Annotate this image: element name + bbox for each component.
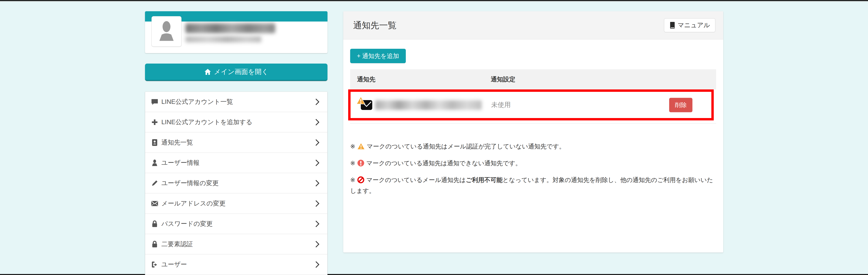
main-panel: 通知先一覧 マニュアル + 通知先を追加 通知先 通知設定 xyxy=(343,11,723,252)
sidebar-item-change-password[interactable]: パスワードの変更 xyxy=(145,214,327,234)
chevron-right-icon xyxy=(315,159,320,166)
note-marker: ※ xyxy=(350,143,355,150)
add-notification-destination-button[interactable]: + 通知先を追加 xyxy=(350,49,406,63)
address-book-icon xyxy=(151,139,159,146)
book-icon xyxy=(669,22,675,29)
note-unavailable: ※マークのついているメール通知先はご利用不可能となっています。対象の通知先を削除… xyxy=(350,175,714,196)
sidebar-item-label: LINE公式アカウントを追加する xyxy=(161,118,252,126)
chevron-right-icon xyxy=(315,118,320,126)
note-marker: ※ xyxy=(350,160,355,166)
error-circle-icon xyxy=(357,159,364,170)
sidebar-item-label: LINE公式アカウント一覧 xyxy=(161,97,233,106)
ban-icon xyxy=(357,176,364,186)
notes: ※マークのついている通知先はメール認証が完了していない通知先です。 ※マークのつ… xyxy=(350,142,716,196)
person-silhouette-icon xyxy=(157,20,176,42)
note-text: マークのついている通知先はメール認証が完了していない通知先です。 xyxy=(367,143,565,150)
sidebar-item-label: ユーザー情報 xyxy=(161,158,199,167)
sidebar-item-change-email[interactable]: メールアドレスの変更 xyxy=(145,193,327,214)
panel-body: + 通知先を追加 通知先 通知設定 xyxy=(343,49,723,196)
destination-envelope-icon xyxy=(361,100,372,110)
sidebar-item-label: ユーザー情報の変更 xyxy=(161,179,219,187)
redacted-account-subtext xyxy=(185,36,261,42)
row-notification-setting: 未使用 xyxy=(491,100,511,110)
envelope-icon xyxy=(151,201,159,206)
manual-button-label: マニュアル xyxy=(678,21,710,30)
redacted-email-address xyxy=(375,100,482,110)
lock-icon xyxy=(151,241,159,248)
window-top-edge-line xyxy=(0,1,868,2)
delete-button[interactable]: 削除 xyxy=(669,98,692,112)
chevron-right-icon xyxy=(315,139,320,146)
panel-header: 通知先一覧 マニュアル xyxy=(343,11,723,39)
note-text: マークのついている通知先は通知できない通知先です。 xyxy=(366,160,521,166)
sidebar-item-label: 二要素認証 xyxy=(161,240,193,249)
sidebar-item-add-line-account[interactable]: LINE公式アカウントを追加する xyxy=(145,112,327,132)
sidebar-item-user[interactable]: ユーザー xyxy=(145,254,327,275)
sidebar-item-notification-list[interactable]: 通知先一覧 xyxy=(145,132,327,153)
sidebar-item-change-user-info[interactable]: ユーザー情報の変更 xyxy=(145,173,327,193)
sidebar-menu: LINE公式アカウント一覧 LINE公式アカウントを追加する xyxy=(145,92,328,275)
sidebar-item-user-info[interactable]: ユーザー情報 xyxy=(145,153,327,173)
manual-button[interactable]: マニュアル xyxy=(664,18,715,32)
plus-icon xyxy=(151,119,159,125)
avatar xyxy=(152,16,182,47)
user-icon xyxy=(151,159,159,166)
chevron-right-icon xyxy=(315,179,320,187)
column-header-destination: 通知先 xyxy=(350,75,375,84)
app-screen: メイン画面を開く LINE公式アカウント一覧 LINE公式アカウントを追加する xyxy=(0,0,868,275)
chevron-right-icon xyxy=(315,98,320,105)
note-undeliverable: ※マークのついている通知先は通知できない通知先です。 xyxy=(350,158,714,170)
sign-out-icon xyxy=(151,261,159,268)
note-text: マークのついているメール通知先は xyxy=(366,177,466,183)
window-bottom-edge xyxy=(0,274,868,275)
table-row annotation-highlight-box: 未使用 削除 xyxy=(348,89,714,120)
profile-card xyxy=(145,11,328,53)
sidebar-item-label: パスワードの変更 xyxy=(161,219,213,228)
pencil-icon xyxy=(151,180,159,187)
sidebar-item-line-account-list[interactable]: LINE公式アカウント一覧 xyxy=(145,92,327,112)
sidebar-item-label: メールアドレスの変更 xyxy=(161,199,225,208)
open-main-screen-button[interactable]: メイン画面を開く xyxy=(145,64,328,81)
chevron-right-icon xyxy=(315,261,320,268)
column-header-setting: 通知設定 xyxy=(491,75,515,84)
redacted-account-name xyxy=(185,23,275,33)
chevron-right-icon xyxy=(315,220,320,227)
page-title: 通知先一覧 xyxy=(353,20,397,31)
open-main-screen-label: メイン画面を開く xyxy=(214,67,269,77)
sidebar-item-two-factor-auth[interactable]: 二要素認証 xyxy=(145,234,327,254)
home-icon xyxy=(204,68,211,75)
comment-icon xyxy=(151,98,159,105)
table-divider xyxy=(350,123,716,124)
sidebar: メイン画面を開く LINE公式アカウント一覧 LINE公式アカウントを追加する xyxy=(145,11,328,275)
note-marker: ※ xyxy=(350,177,355,183)
note-unverified: ※マークのついている通知先はメール認証が完了していない通知先です。 xyxy=(350,142,714,153)
note-text-bold: ご利用不可能 xyxy=(466,177,503,183)
warning-triangle-icon xyxy=(357,143,365,153)
sidebar-item-label: ユーザー xyxy=(161,260,187,269)
warning-triangle-icon xyxy=(356,96,365,104)
chevron-right-icon xyxy=(315,200,320,207)
chevron-right-icon xyxy=(315,240,320,248)
sidebar-item-label: 通知先一覧 xyxy=(161,138,193,147)
lock-icon xyxy=(151,220,159,227)
table-header: 通知先 通知設定 xyxy=(350,69,716,89)
